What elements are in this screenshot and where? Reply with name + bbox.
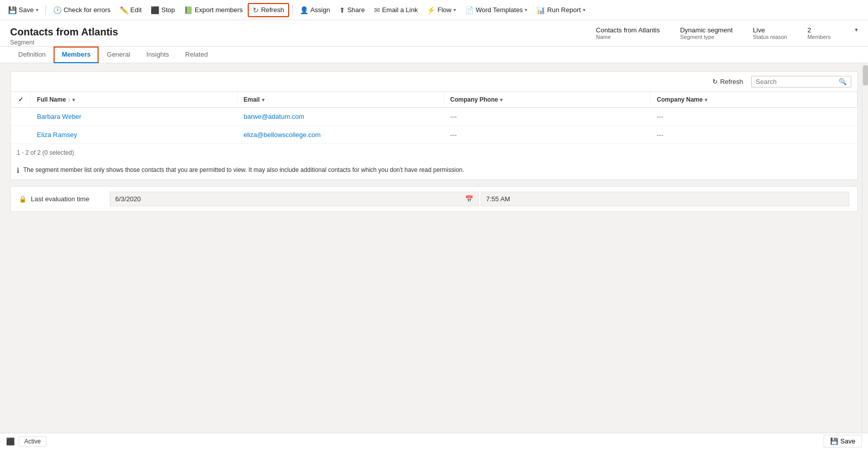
- edit-icon: ✏️: [120, 6, 128, 14]
- check-errors-icon: 🕐: [53, 6, 62, 14]
- toolbar: 💾 Save ▾ 🕐 Check for errors ✏️ Edit ⬛ St…: [0, 0, 868, 20]
- save-bottom-button[interactable]: 💾 Save: [824, 435, 862, 447]
- flow-icon: ⚡: [427, 6, 435, 14]
- flow-dropdown-arrow[interactable]: ▾: [453, 7, 456, 13]
- phone-sort-dropdown-icon[interactable]: ▾: [500, 97, 502, 103]
- assign-icon: 👤: [300, 6, 308, 14]
- meta-collapse-chevron[interactable]: ▾: [855, 26, 858, 33]
- share-icon: ⬆: [339, 6, 345, 14]
- grid-header-companyname[interactable]: Company Name ▾: [651, 92, 857, 107]
- row1-checkbox[interactable]: [11, 108, 31, 125]
- grid-header-fullname[interactable]: Full Name ↑ ▾: [31, 92, 238, 107]
- members-grid-card: ↻ Refresh 🔍 ✓: [10, 71, 858, 180]
- search-input[interactable]: [756, 78, 837, 85]
- word-icon: 📄: [465, 6, 474, 14]
- save-icon: 💾: [8, 6, 17, 14]
- info-row: ℹ The segment member list only shows tho…: [11, 161, 857, 179]
- run-report-icon: 📊: [536, 6, 545, 14]
- meta-segment-type-value: Dynamic segment: [680, 26, 733, 34]
- save-dropdown-arrow[interactable]: ▾: [36, 7, 38, 13]
- row1-companyphone: ---: [444, 108, 651, 125]
- row1-companyname: ---: [651, 108, 857, 125]
- meta-status-label: Status reason: [753, 34, 787, 40]
- meta-members: 2 Members: [807, 26, 831, 40]
- row2-fullname[interactable]: Eliza Ramsey: [31, 126, 238, 144]
- check-errors-button[interactable]: 🕐 Check for errors: [49, 4, 115, 16]
- grid-refresh-button[interactable]: ↻ Refresh: [708, 76, 747, 87]
- grid-toolbar: ↻ Refresh 🔍: [11, 72, 857, 92]
- word-templates-button[interactable]: 📄 Word Templates ▾: [461, 4, 531, 16]
- scrollbar[interactable]: [862, 63, 868, 433]
- flow-button[interactable]: ⚡ Flow ▾: [423, 4, 460, 16]
- share-button[interactable]: ⬆ Share: [335, 4, 369, 16]
- tab-related[interactable]: Related: [177, 47, 216, 63]
- word-templates-dropdown-arrow[interactable]: ▾: [525, 7, 527, 13]
- assign-label: Assign: [310, 6, 330, 14]
- tab-insights[interactable]: Insights: [139, 47, 177, 63]
- save-bottom-icon: 💾: [830, 437, 838, 445]
- grid-header: ✓ Full Name ↑ ▾ Email ▾ Company Phone: [11, 92, 857, 108]
- eval-label: 🔒 Last evaluation time: [19, 195, 110, 203]
- eval-date-value: 6/3/2020: [115, 195, 141, 203]
- row2-email[interactable]: eliza@bellowscollege.com: [238, 126, 444, 144]
- row1-fullname[interactable]: Barbara Weber: [31, 108, 238, 125]
- grid-select-all-cell[interactable]: ✓: [11, 92, 31, 107]
- stop-label: Stop: [161, 6, 175, 14]
- content-area: ↻ Refresh 🔍 ✓: [0, 63, 868, 433]
- meta-name: Contacts from Atlantis Name: [596, 26, 660, 40]
- info-icon: ℹ: [17, 166, 19, 174]
- meta-members-value: 2: [807, 26, 831, 34]
- grid-header-companyphone[interactable]: Company Phone ▾: [444, 92, 651, 107]
- record-title-area: Contacts from Atlantis Segment: [10, 26, 118, 46]
- meta-name-value: Contacts from Atlantis: [596, 26, 660, 34]
- table-row: Barbara Weber barwe@adatum.com --- ---: [11, 108, 857, 126]
- flow-label: Flow: [437, 6, 451, 14]
- assign-button[interactable]: 👤 Assign: [296, 4, 334, 16]
- sort-asc-icon: ↑: [68, 97, 70, 103]
- status-bar: ⬛ Active 💾 Save: [0, 433, 868, 449]
- save-button[interactable]: 💾 Save ▾: [4, 4, 42, 16]
- refresh-label: Refresh: [261, 6, 284, 14]
- tab-definition[interactable]: Definition: [10, 47, 54, 63]
- search-box[interactable]: 🔍: [751, 76, 851, 87]
- save-label: Save: [19, 6, 34, 14]
- eval-card: 🔒 Last evaluation time 6/3/2020 📅 7:55 A…: [10, 186, 858, 212]
- meta-status-value: Live: [753, 26, 787, 34]
- row2-companyname: ---: [651, 126, 857, 144]
- export-members-button[interactable]: 📗 Export members: [180, 4, 247, 16]
- run-report-button[interactable]: 📊 Run Report ▾: [532, 4, 589, 16]
- scrollbar-thumb[interactable]: [863, 65, 868, 85]
- grid-footer: 1 - 2 of 2 (0 selected): [11, 144, 857, 161]
- status-badge: Active: [19, 436, 47, 446]
- email-link-button[interactable]: ✉ Email a Link: [370, 4, 422, 16]
- edit-button[interactable]: ✏️ Edit: [116, 4, 146, 16]
- email-sort-dropdown-icon[interactable]: ▾: [262, 97, 264, 103]
- data-grid: ✓ Full Name ↑ ▾ Email ▾ Company Phone: [11, 92, 857, 179]
- eval-time-value: 7:55 AM: [486, 195, 511, 203]
- row2-companyphone: ---: [444, 126, 651, 144]
- checkmark-icon: ✓: [18, 96, 23, 103]
- search-icon: 🔍: [839, 78, 847, 85]
- record-title: Contacts from Atlantis: [10, 26, 118, 38]
- row1-email[interactable]: barwe@adatum.com: [238, 108, 444, 125]
- eval-time-field[interactable]: 7:55 AM: [481, 192, 850, 206]
- stop-button[interactable]: ⬛ Stop: [147, 4, 179, 16]
- export-members-label: Export members: [195, 6, 243, 14]
- tab-members[interactable]: Members: [54, 47, 99, 63]
- eval-date-field[interactable]: 6/3/2020 📅: [110, 192, 479, 206]
- check-errors-label: Check for errors: [64, 6, 111, 14]
- grid-header-email[interactable]: Email ▾: [238, 92, 444, 107]
- record-header: Contacts from Atlantis Segment Contacts …: [0, 20, 868, 47]
- tab-general[interactable]: General: [99, 47, 138, 63]
- meta-members-label: Members: [807, 34, 831, 40]
- run-report-dropdown-arrow[interactable]: ▾: [583, 7, 585, 13]
- meta-name-label: Name: [596, 34, 660, 40]
- refresh-button[interactable]: ↻ Refresh: [248, 3, 289, 17]
- row2-checkbox[interactable]: [11, 126, 31, 144]
- edit-label: Edit: [130, 6, 142, 14]
- email-icon: ✉: [374, 6, 380, 14]
- sort-dropdown-icon[interactable]: ▾: [72, 97, 75, 103]
- expand-icon[interactable]: ⬛: [6, 437, 15, 445]
- table-row: Eliza Ramsey eliza@bellowscollege.com --…: [11, 126, 857, 144]
- company-sort-dropdown-icon[interactable]: ▾: [705, 97, 707, 103]
